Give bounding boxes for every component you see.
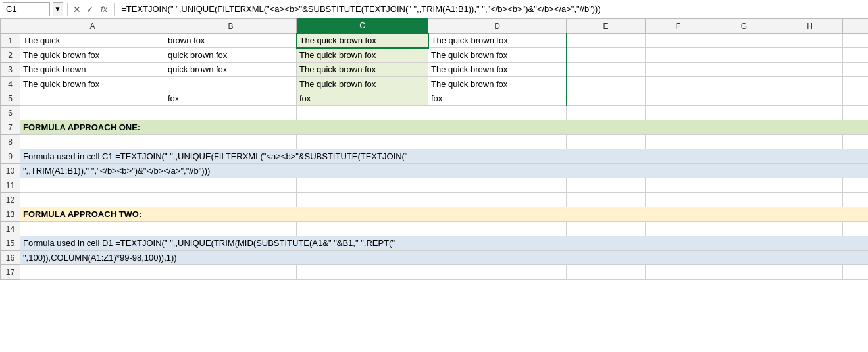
cell-14-H[interactable] bbox=[777, 222, 843, 236]
row-number-17[interactable]: 17 bbox=[1, 265, 20, 280]
cell-8-I[interactable] bbox=[843, 135, 869, 149]
cell-17-E[interactable] bbox=[567, 265, 646, 280]
cell-17-H[interactable] bbox=[777, 265, 843, 280]
cell-2-D[interactable]: The quick brown fox bbox=[428, 48, 567, 63]
col-header-C[interactable]: C bbox=[297, 19, 428, 34]
cell-6-F[interactable] bbox=[646, 106, 711, 120]
cell-12-C[interactable] bbox=[297, 193, 428, 207]
cell-14-D[interactable] bbox=[428, 222, 567, 236]
cell-8-G[interactable] bbox=[711, 135, 777, 149]
cell-5-C[interactable]: fox bbox=[297, 91, 428, 106]
cell-14-G[interactable] bbox=[711, 222, 777, 236]
cell-1-H[interactable] bbox=[777, 34, 843, 48]
cell-11-H[interactable] bbox=[777, 178, 843, 193]
cell-14-B[interactable] bbox=[165, 222, 297, 236]
row-number-13[interactable]: 13 bbox=[1, 207, 20, 222]
cell-12-H[interactable] bbox=[777, 193, 843, 207]
cell-14-C[interactable] bbox=[297, 222, 428, 236]
row-number-6[interactable]: 6 bbox=[1, 106, 20, 120]
cell-17-F[interactable] bbox=[646, 265, 711, 280]
cell-name-dropdown[interactable]: ▼ bbox=[53, 2, 63, 16]
cell-2-B[interactable]: quick brown fox bbox=[165, 48, 297, 63]
formula-input[interactable] bbox=[118, 4, 865, 14]
cell-11-A[interactable] bbox=[20, 178, 165, 193]
cell-1-F[interactable] bbox=[646, 34, 711, 48]
cell-12-E[interactable] bbox=[567, 193, 646, 207]
cell-2-E[interactable] bbox=[567, 48, 646, 63]
col-header-E[interactable]: E bbox=[567, 19, 646, 34]
cell-6-C[interactable] bbox=[297, 106, 428, 120]
cell-11-F[interactable] bbox=[646, 178, 711, 193]
cell-3-I[interactable] bbox=[843, 63, 869, 77]
cell-14-F[interactable] bbox=[646, 222, 711, 236]
col-header-D[interactable]: D bbox=[428, 19, 567, 34]
cell-2-H[interactable] bbox=[777, 48, 843, 63]
cell-1-E[interactable] bbox=[567, 34, 646, 48]
row-number-3[interactable]: 3 bbox=[1, 63, 20, 77]
row-number-1[interactable]: 1 bbox=[1, 34, 20, 48]
cell-1-G[interactable] bbox=[711, 34, 777, 48]
row-number-2[interactable]: 2 bbox=[1, 48, 20, 63]
cell-4-D[interactable]: The quick brown fox bbox=[428, 77, 567, 91]
row-number-11[interactable]: 11 bbox=[1, 178, 20, 193]
cell-3-G[interactable] bbox=[711, 63, 777, 77]
row-number-12[interactable]: 12 bbox=[1, 193, 20, 207]
cell-3-H[interactable] bbox=[777, 63, 843, 77]
row-number-15[interactable]: 15 bbox=[1, 236, 20, 251]
cell-17-D[interactable] bbox=[428, 265, 567, 280]
row-number-8[interactable]: 8 bbox=[1, 135, 20, 149]
row-number-4[interactable]: 4 bbox=[1, 77, 20, 91]
cell-8-D[interactable] bbox=[428, 135, 567, 149]
row-number-10[interactable]: 10 bbox=[1, 164, 20, 178]
cell-4-A[interactable]: The quick brown fox bbox=[20, 77, 165, 91]
cell-5-I[interactable] bbox=[843, 91, 869, 106]
cell-5-D[interactable]: fox bbox=[428, 91, 567, 106]
cell-14-A[interactable] bbox=[20, 222, 165, 236]
cell-11-E[interactable] bbox=[567, 178, 646, 193]
cell-5-G[interactable] bbox=[711, 91, 777, 106]
cell-8-B[interactable] bbox=[165, 135, 297, 149]
row-number-9[interactable]: 9 bbox=[1, 149, 20, 164]
cell-17-G[interactable] bbox=[711, 265, 777, 280]
cell-1-A[interactable]: The quick bbox=[20, 34, 165, 48]
cell-6-B[interactable] bbox=[165, 106, 297, 120]
cell-3-A[interactable]: The quick brown bbox=[20, 63, 165, 77]
cell-12-A[interactable] bbox=[20, 193, 165, 207]
cell-17-I[interactable] bbox=[843, 265, 869, 280]
cell-4-G[interactable] bbox=[711, 77, 777, 91]
cell-6-E[interactable] bbox=[567, 106, 646, 120]
cell-11-C[interactable] bbox=[297, 178, 428, 193]
cell-12-F[interactable] bbox=[646, 193, 711, 207]
cell-12-D[interactable] bbox=[428, 193, 567, 207]
cell-1-B[interactable]: brown fox bbox=[165, 34, 297, 48]
row-number-14[interactable]: 14 bbox=[1, 222, 20, 236]
col-header-F[interactable]: F bbox=[646, 19, 711, 34]
cell-6-D[interactable] bbox=[428, 106, 567, 120]
col-header-A[interactable]: A bbox=[20, 19, 165, 34]
cell-1-C[interactable]: The quick brown fox bbox=[297, 34, 428, 48]
row-number-7[interactable]: 7 bbox=[1, 120, 20, 135]
cell-2-C[interactable]: The quick brown fox bbox=[297, 48, 428, 63]
col-header-I[interactable]: I bbox=[843, 19, 869, 34]
cell-14-E[interactable] bbox=[567, 222, 646, 236]
cell-12-G[interactable] bbox=[711, 193, 777, 207]
cell-4-E[interactable] bbox=[567, 77, 646, 91]
cell-11-D[interactable] bbox=[428, 178, 567, 193]
cell-8-H[interactable] bbox=[777, 135, 843, 149]
cell-4-I[interactable] bbox=[843, 77, 869, 91]
cell-6-A[interactable] bbox=[20, 106, 165, 120]
cell-14-I[interactable] bbox=[843, 222, 869, 236]
cell-5-E[interactable] bbox=[567, 91, 646, 106]
row-number-16[interactable]: 16 bbox=[1, 251, 20, 265]
cell-5-F[interactable] bbox=[646, 91, 711, 106]
cell-11-B[interactable] bbox=[165, 178, 297, 193]
cell-6-H[interactable] bbox=[777, 106, 843, 120]
cell-4-C[interactable]: The quick brown fox bbox=[297, 77, 428, 91]
cell-17-A[interactable] bbox=[20, 265, 165, 280]
cell-3-E[interactable] bbox=[567, 63, 646, 77]
cell-4-F[interactable] bbox=[646, 77, 711, 91]
col-header-B[interactable]: B bbox=[165, 19, 297, 34]
cell-17-C[interactable] bbox=[297, 265, 428, 280]
cell-2-F[interactable] bbox=[646, 48, 711, 63]
cell-5-H[interactable] bbox=[777, 91, 843, 106]
